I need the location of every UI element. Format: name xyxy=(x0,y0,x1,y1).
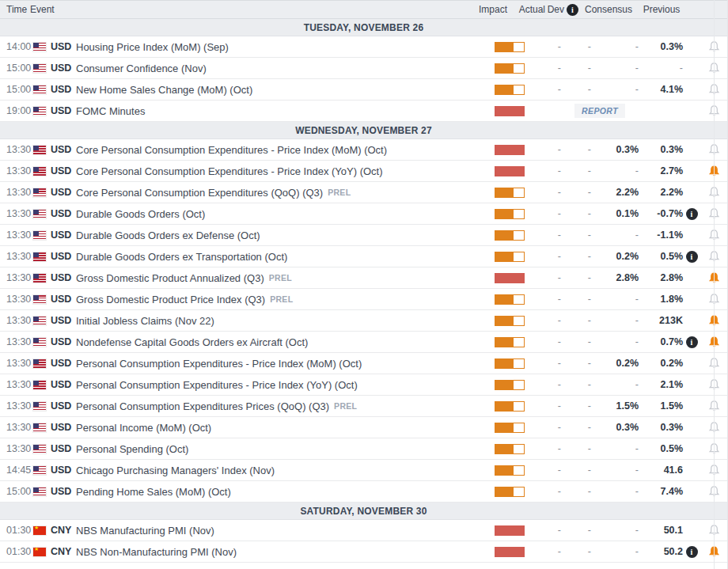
info-icon[interactable]: i xyxy=(686,546,698,558)
event-name[interactable]: Core Personal Consumption Expenditures -… xyxy=(76,165,383,177)
event-row[interactable]: 13:30 USD Personal Spending (Oct) - - - … xyxy=(0,438,727,460)
bell-icon[interactable] xyxy=(700,250,727,263)
event-name[interactable]: NBS Non-Manufacturing PMI (Nov) xyxy=(76,546,237,558)
bell-icon[interactable] xyxy=(700,442,727,455)
event-name[interactable]: Initial Jobless Claims (Nov 22) xyxy=(76,315,214,327)
event-time: 15:00 xyxy=(6,84,33,95)
event-name[interactable]: Personal Income (MoM) (Oct) xyxy=(76,422,211,434)
event-row[interactable]: 13:30 USD Personal Consumption Expenditu… xyxy=(0,396,727,417)
bell-icon[interactable] xyxy=(700,207,727,220)
event-name[interactable]: Core Personal Consumption Expenditures (… xyxy=(76,187,323,199)
consensus-value: - xyxy=(591,486,639,497)
event-name[interactable]: Durable Goods Orders (Oct) xyxy=(76,208,205,220)
impact-fill xyxy=(495,274,524,283)
column-header-event: Event xyxy=(30,4,479,15)
bell-icon[interactable] xyxy=(700,545,727,558)
bell-icon[interactable] xyxy=(700,229,727,241)
prel-tag: PREL xyxy=(334,401,357,411)
actual-value: - xyxy=(525,443,561,454)
currency-code: USD xyxy=(51,229,74,241)
bell-icon[interactable] xyxy=(700,378,727,391)
event-name[interactable]: Personal Spending (Oct) xyxy=(76,443,188,455)
event-name[interactable]: Durable Goods Orders ex Defense (Oct) xyxy=(76,229,260,241)
dev-info-icon[interactable]: i xyxy=(567,4,578,16)
bell-icon[interactable] xyxy=(700,336,727,348)
event-time: 14:45 xyxy=(6,465,33,476)
event-row[interactable]: 13:30 USD Personal Consumption Expenditu… xyxy=(0,374,727,396)
event-row[interactable]: 14:00 USD Housing Price Index (MoM) (Sep… xyxy=(0,36,727,58)
event-row[interactable]: 13:30 USD Durable Goods Orders ex Transp… xyxy=(0,246,727,267)
bell-icon[interactable] xyxy=(700,357,727,370)
country-flag-icon xyxy=(33,338,46,347)
event-time: 13:30 xyxy=(6,400,33,412)
event-row[interactable]: 13:30 USD Core Personal Consumption Expe… xyxy=(0,139,727,161)
event-name[interactable]: Personal Consumption Expenditures Prices… xyxy=(76,400,329,412)
event-time: 13:30 xyxy=(6,272,33,283)
event-name[interactable]: FOMC Minutes xyxy=(76,105,145,117)
bell-icon[interactable] xyxy=(700,40,727,53)
event-name[interactable]: Housing Price Index (MoM) (Sep) xyxy=(76,41,229,53)
bell-icon[interactable] xyxy=(700,143,727,156)
info-icon[interactable]: i xyxy=(686,208,698,220)
deviation-value: - xyxy=(561,208,591,219)
event-name[interactable]: Chicago Purchasing Managers' Index (Nov) xyxy=(76,465,275,476)
bell-icon[interactable] xyxy=(700,485,727,498)
event-row[interactable]: 13:30 USD Gross Domestic Product Price I… xyxy=(0,289,727,310)
bell-icon[interactable] xyxy=(700,524,727,537)
event-name[interactable]: New Home Sales Change (MoM) (Oct) xyxy=(76,84,252,96)
deviation-value: - xyxy=(561,336,591,347)
day-section-header: TUESDAY, NOVEMBER 26 xyxy=(0,19,727,36)
event-row[interactable]: 15:00 USD Pending Home Sales (MoM) (Oct)… xyxy=(0,481,727,503)
impact-fill xyxy=(495,167,524,176)
event-name[interactable]: Personal Consumption Expenditures - Pric… xyxy=(76,379,358,391)
previous-value: 50.2 xyxy=(639,546,683,557)
event-time: 13:30 xyxy=(6,208,33,219)
bell-icon[interactable] xyxy=(700,271,727,284)
currency-code: USD xyxy=(51,144,74,155)
event-row[interactable]: 13:30 USD Nondefense Capital Goods Order… xyxy=(0,332,727,353)
event-row[interactable]: 13:30 USD Core Personal Consumption Expe… xyxy=(0,182,727,203)
event-name[interactable]: NBS Manufacturing PMI (Nov) xyxy=(76,525,214,537)
bell-icon[interactable] xyxy=(700,186,727,199)
deviation-value: - xyxy=(561,465,591,476)
country-flag-icon xyxy=(33,85,46,94)
info-icon[interactable]: i xyxy=(686,336,698,348)
event-row[interactable]: 13:30 USD Gross Domestic Product Annuali… xyxy=(0,267,727,289)
event-name[interactable]: Nondefense Capital Goods Orders ex Aircr… xyxy=(76,336,308,348)
event-row[interactable]: 15:00 USD New Home Sales Change (MoM) (O… xyxy=(0,79,727,101)
actual-value: - xyxy=(525,358,561,369)
bell-icon[interactable] xyxy=(700,104,727,117)
event-row[interactable]: 13:30 USD Durable Goods Orders ex Defens… xyxy=(0,225,727,246)
bell-icon[interactable] xyxy=(700,314,727,327)
consensus-value: - xyxy=(591,41,639,52)
event-name[interactable]: Gross Domestic Product Price Index (Q3) xyxy=(76,294,265,305)
event-row[interactable]: 13:30 USD Personal Consumption Expenditu… xyxy=(0,353,727,374)
event-row[interactable]: 01:30 CNY NBS Non-Manufacturing PMI (Nov… xyxy=(0,541,727,563)
event-row[interactable]: 15:00 USD Consumer Confidence (Nov) - - … xyxy=(0,58,727,79)
event-name[interactable]: Pending Home Sales (MoM) (Oct) xyxy=(76,486,231,498)
event-time: 13:30 xyxy=(6,251,33,262)
event-name[interactable]: Personal Consumption Expenditures - Pric… xyxy=(76,358,362,370)
event-name[interactable]: Gross Domestic Product Annualized (Q3) xyxy=(76,272,264,284)
bell-icon[interactable] xyxy=(700,293,727,305)
bell-icon[interactable] xyxy=(700,464,727,476)
bell-icon[interactable] xyxy=(700,400,727,412)
event-row[interactable]: 13:30 USD Initial Jobless Claims (Nov 22… xyxy=(0,310,727,332)
event-row[interactable]: 13:30 USD Durable Goods Orders (Oct) - -… xyxy=(0,203,727,225)
event-name[interactable]: Durable Goods Orders ex Transportation (… xyxy=(76,251,287,263)
bell-icon[interactable] xyxy=(700,165,727,177)
report-link[interactable]: REPORT xyxy=(574,104,625,118)
event-row[interactable]: 14:45 USD Chicago Purchasing Managers' I… xyxy=(0,460,727,481)
event-name[interactable]: Consumer Confidence (Nov) xyxy=(76,63,207,74)
event-row[interactable]: 13:30 USD Personal Income (MoM) (Oct) - … xyxy=(0,417,727,438)
bell-icon[interactable] xyxy=(700,421,727,434)
event-name[interactable]: Core Personal Consumption Expenditures -… xyxy=(76,144,387,156)
event-row[interactable]: 13:30 USD Core Personal Consumption Expe… xyxy=(0,161,727,182)
bell-icon[interactable] xyxy=(700,62,727,74)
event-row[interactable]: 01:30 CNY NBS Manufacturing PMI (Nov) - … xyxy=(0,520,727,541)
bell-icon[interactable] xyxy=(700,83,727,96)
event-row[interactable]: 19:00 USD FOMC Minutes REPORT xyxy=(0,101,727,122)
currency-code: USD xyxy=(51,187,74,198)
impact-fill xyxy=(495,188,513,197)
info-icon[interactable]: i xyxy=(686,251,698,263)
